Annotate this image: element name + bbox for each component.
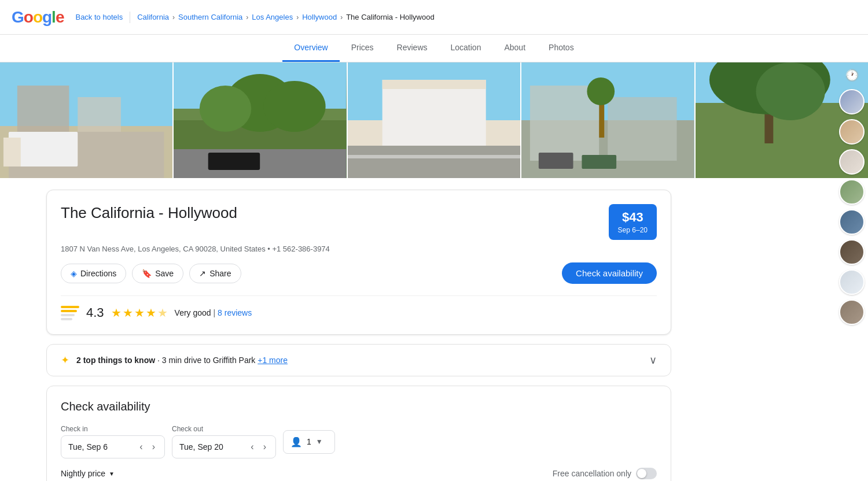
thumbnail-6[interactable] [839,239,865,265]
free-cancel-label: Free cancellation only [553,469,631,478]
svg-point-12 [200,86,252,132]
photo-item-4[interactable] [521,62,695,178]
photos-strip[interactable] [0,62,868,178]
header: Google Back to hotels California › South… [0,0,868,35]
thumbnail-7[interactable] [839,269,865,295]
rating-label: Very good [175,308,211,317]
tab-reviews[interactable]: Reviews [385,35,439,62]
hotel-card: The California - Hollywood $43 Sep 6–20 … [46,190,671,335]
thumbnail-8[interactable] [839,299,865,325]
breadcrumb-california[interactable]: California [137,13,169,21]
checkout-next-button[interactable]: › [261,441,269,453]
breadcrumb-sep-4: › [340,13,343,21]
info-card[interactable]: ✦ 2 top things to know · 3 min drive to … [46,344,671,376]
free-cancel-toggle[interactable] [636,468,657,479]
history-icon[interactable]: 🕐 [845,68,859,82]
rating-bar-3 [61,314,75,316]
check-availability-button[interactable]: Check availability [562,262,657,284]
availability-title: Check availability [61,400,657,413]
photo-item-1[interactable] [0,62,174,178]
person-icon: 👤 [290,436,302,447]
breadcrumb-hollywood[interactable]: Hollywood [302,13,337,21]
directions-label: Directions [80,269,116,278]
breadcrumb: Back to hotels California › Southern Cal… [75,12,434,23]
breadcrumb-los-angeles[interactable]: Los Angeles [252,13,293,21]
thumbnail-5[interactable] [839,209,865,235]
breadcrumb-divider [130,12,130,23]
phone-number: +1 562-386-3974 [272,245,329,253]
nightly-price-label: Nightly price [61,469,105,478]
thumbnail-3[interactable] [839,149,865,175]
tab-about[interactable]: About [492,35,537,62]
photo-item-2[interactable] [174,62,347,178]
svg-point-34 [756,62,825,120]
share-button[interactable]: ↗ Share [189,264,241,283]
back-to-hotels-link[interactable]: Back to hotels [75,13,123,21]
breadcrumb-sep-3: › [296,13,299,21]
svg-point-27 [587,77,615,105]
tab-location[interactable]: Location [439,35,493,62]
sparkle-icon: ✦ [61,354,69,367]
availability-footer: Nightly price ▼ Free cancellation only [61,468,657,479]
svg-rect-19 [382,80,486,89]
checkin-prev-button[interactable]: ‹ [137,441,145,453]
checkout-field: Check out Tue, Sep 20 ‹ › [172,425,276,458]
main-layout: The California - Hollywood $43 Sep 6–20 … [0,178,868,481]
address-text: 1807 N Van Ness Ave, Los Angeles, CA 900… [61,245,266,253]
tab-photos[interactable]: Photos [537,35,586,62]
svg-rect-28 [539,153,573,169]
nightly-price[interactable]: Nightly price ▼ [61,469,115,478]
tab-overview[interactable]: Overview [282,35,339,62]
checkin-input-wrapper[interactable]: Tue, Sep 6 ‹ › [61,435,165,458]
save-button[interactable]: 🔖 Save [132,264,183,283]
thumbnail-2[interactable] [839,119,865,145]
share-label: Share [209,269,231,278]
checkout-label: Check out [172,425,276,433]
checkout-value: Tue, Sep 20 [179,442,244,452]
checkin-next-button[interactable]: › [150,441,157,453]
guests-wrapper[interactable]: 👤 1 ▼ [283,430,335,454]
info-desc: · 3 min drive to Griffith Park [157,356,258,365]
svg-rect-21 [348,155,520,158]
tabs-bar: Overview Prices Reviews Location About P… [0,35,868,62]
star-half: ★ [157,306,168,320]
thumbnail-1[interactable] [839,89,865,114]
checkin-label: Check in [61,425,165,433]
photo-item-3[interactable] [348,62,521,178]
svg-rect-7 [3,138,21,166]
rating-section: 4.3 ★ ★ ★ ★ ★ Very good | 8 reviews [61,295,657,320]
checkin-field: Check in Tue, Sep 6 ‹ › [61,425,165,458]
tab-prices[interactable]: Prices [340,35,385,62]
reviews-link[interactable]: 8 reviews [218,308,252,317]
hotel-actions: ◈ Directions 🔖 Save ↗ Share Check availa… [61,262,657,284]
breadcrumb-current: The California - Hollywood [346,13,434,21]
info-text: 2 top things to know · 3 min drive to Gr… [76,356,642,365]
rating-text: Very good | 8 reviews [175,308,252,317]
google-logo: Google [12,8,64,27]
nightly-price-dropdown-arrow: ▼ [109,471,115,477]
save-icon: 🔖 [142,269,152,278]
availability-card: Check availability Check in Tue, Sep 6 ‹… [46,386,671,481]
directions-button[interactable]: ◈ Directions [61,264,126,283]
info-more-link[interactable]: +1 more [258,356,288,365]
rating-bar-2 [61,310,77,312]
guests-value: 1 [307,437,311,446]
star-2: ★ [123,306,133,320]
svg-rect-25 [608,97,676,161]
hotel-address: 1807 N Van Ness Ave, Los Angeles, CA 900… [61,245,657,253]
svg-point-13 [264,81,326,132]
checkin-value: Tue, Sep 6 [68,442,133,452]
checkout-input-wrapper[interactable]: Tue, Sep 20 ‹ › [172,435,276,458]
breadcrumb-sep-2: › [246,13,248,21]
thumbnail-4[interactable] [839,179,865,205]
info-bold: 2 top things to know [76,356,155,365]
directions-icon: ◈ [71,269,77,278]
price-dates: Sep 6–20 [618,226,648,234]
rating-bar-4 [61,318,72,320]
checkout-prev-button[interactable]: ‹ [248,441,256,453]
sidebar-thumbnails: 🕐 [836,64,868,330]
breadcrumb-southern-california[interactable]: Southern California [178,13,242,21]
price-badge[interactable]: $43 Sep 6–20 [609,204,657,240]
svg-rect-20 [348,146,520,178]
free-cancellation: Free cancellation only [553,468,657,479]
